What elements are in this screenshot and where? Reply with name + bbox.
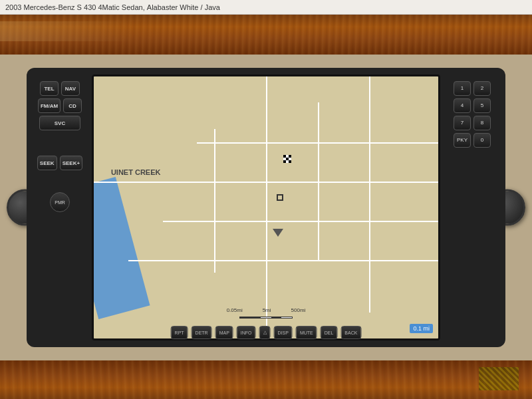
svg-rect-2 (289, 155, 291, 158)
nav-button[interactable]: NAV (61, 81, 80, 96)
car-title: 2003 Mercedes-Benz S 430 4Matic Sedan, (5, 3, 145, 11)
scale-label-1: 0.05mi (227, 307, 243, 313)
cd-button[interactable]: CD (63, 98, 82, 113)
num-0-button[interactable]: 0 (473, 133, 491, 148)
main-area: TEL NAV FM/AM CD SVC SEEK SEEK+ PMR (0, 55, 532, 360)
svg-rect-7 (286, 160, 289, 163)
num-7-button[interactable]: 7 (454, 116, 471, 130)
nav-screen: UINET CREEK (92, 74, 440, 340)
svg-rect-5 (289, 158, 291, 160)
seek-button[interactable]: SEEK (37, 156, 57, 170)
num-4-button[interactable]: 4 (454, 98, 471, 113)
wood-bottom-panel (0, 360, 532, 399)
del-button[interactable]: DEL (321, 326, 338, 339)
scale-labels: 0.05mi 5mi 500mi (227, 307, 306, 313)
scale-bar (239, 317, 293, 319)
num-8-button[interactable]: 8 (473, 116, 491, 130)
pmr-row: PMR (33, 192, 86, 212)
tel-nav-row: TEL NAV (33, 81, 86, 96)
scale-label-2: 5mi (263, 307, 271, 313)
num-4-5-row: 4 5 (446, 98, 499, 113)
svg-rect-8 (289, 160, 291, 163)
road-v3 (214, 129, 215, 273)
num-1-2-row: 1 2 (446, 81, 499, 96)
controls-panel: TEL NAV FM/AM CD SVC SEEK SEEK+ PMR (27, 68, 505, 347)
fmam-cd-row: FM/AM CD (33, 98, 86, 113)
seek-plus-button[interactable]: SEEK+ (60, 156, 82, 170)
pky-button[interactable]: PKY (454, 133, 471, 148)
left-button-group: TEL NAV FM/AM CD SVC SEEK SEEK+ PMR (33, 74, 86, 340)
map-location-label: UINET CREEK (111, 168, 161, 176)
road-v2 (318, 102, 319, 259)
road-h2 (163, 221, 438, 222)
tel-button[interactable]: TEL (40, 81, 59, 96)
disp-button[interactable]: DISP (274, 326, 293, 339)
num-7-8-row: 7 8 (446, 116, 499, 130)
right-button-group: 1 2 4 5 7 8 PKY 0 (446, 74, 499, 340)
wood-top-panel (0, 15, 532, 55)
num-2-button[interactable]: 2 (473, 81, 491, 96)
pky-0-row: PKY 0 (446, 133, 499, 148)
triangle-button[interactable]: △ (259, 326, 271, 339)
car-interior: Java (205, 3, 220, 11)
scale-label-3: 500mi (291, 307, 306, 313)
fmam-button[interactable]: FM/AM (38, 98, 61, 113)
svg-rect-1 (286, 155, 289, 158)
info-button[interactable]: INFO (237, 326, 256, 339)
svg-rect-0 (283, 155, 286, 158)
map-content: UINET CREEK (94, 76, 438, 338)
car-color: Alabaster White (147, 3, 199, 11)
blue-band (92, 177, 150, 319)
svc-row: SVC (33, 116, 86, 130)
direction-arrow (273, 229, 283, 237)
mute-button[interactable]: MUTE (296, 326, 317, 339)
road-v4 (369, 76, 370, 313)
separator: / (198, 3, 204, 11)
detr-button[interactable]: DETR (192, 326, 212, 339)
svg-rect-4 (286, 158, 289, 160)
seek-row: SEEK SEEK+ (33, 156, 86, 170)
svc-button[interactable]: SVC (39, 116, 80, 130)
location-cursor (277, 194, 283, 201)
svg-rect-3 (283, 158, 286, 160)
rpt-button[interactable]: RPT (171, 326, 188, 339)
road-h4 (128, 260, 438, 261)
map-button[interactable]: MAP (215, 326, 233, 339)
num-5-button[interactable]: 5 (473, 98, 491, 113)
pmr-button[interactable]: PMR (50, 192, 70, 212)
back-button[interactable]: BACK (340, 326, 361, 339)
num-1-button[interactable]: 1 (454, 81, 471, 96)
svg-rect-6 (283, 160, 286, 163)
bottom-button-row: RPT DETR MAP INFO △ DISP MUTE DEL BACK (171, 326, 362, 339)
wood-decoration (0, 21, 133, 41)
destination-flag-icon (283, 155, 294, 164)
road-v1 (266, 76, 267, 338)
distance-indicator: 0.1 mi (410, 324, 433, 333)
top-bar: 2003 Mercedes-Benz S 430 4Matic Sedan, A… (0, 0, 532, 15)
